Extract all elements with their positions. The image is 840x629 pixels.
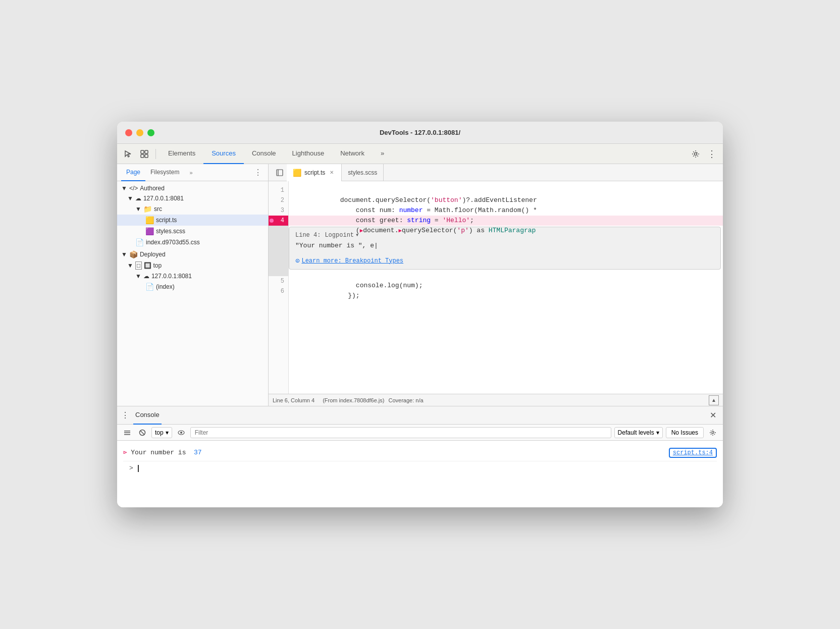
chevron-down-icon: ▾ xyxy=(355,231,359,239)
tree-src-folder[interactable]: ▼ 📁 src xyxy=(117,203,268,215)
source-file: (From index.7808df6e.js) xyxy=(323,397,384,403)
console-title: Console xyxy=(133,406,162,425)
editor-area: 🟨 script.ts ✕ styles.scss 1 2 3 4 xyxy=(269,164,723,406)
editor-tab-script-ts[interactable]: 🟨 script.ts ✕ xyxy=(287,164,342,181)
deployed-label: Deployed xyxy=(140,251,166,258)
code-line-5: console.log(num); xyxy=(289,271,723,281)
logpoint-type-dropdown[interactable]: Logpoint ▾ xyxy=(325,231,359,239)
tree-script-ts[interactable]: 🟨 script.ts xyxy=(117,215,268,226)
log-entry-icon: ⊳ xyxy=(123,449,127,456)
logpoint-space xyxy=(269,226,288,276)
toolbar-separator xyxy=(155,149,156,159)
editor-tab-styles-scss[interactable]: styles.scss xyxy=(342,164,384,181)
clear-console-button[interactable] xyxy=(121,427,133,439)
console-output: ⊳ Your number is 37 script.ts:4 > xyxy=(117,441,723,507)
tree-styles-scss[interactable]: 🟪 styles.scss xyxy=(117,226,268,237)
toolbar-right: ⋮ xyxy=(689,147,719,161)
console-options-menu[interactable]: ⋮ xyxy=(121,410,129,420)
scroll-to-top-button[interactable]: ▲ xyxy=(709,395,719,405)
main-content: Page Filesystem » ⋮ ▼ </> Authored ▼ ☁ xyxy=(117,164,723,406)
eye-icon[interactable] xyxy=(175,427,187,439)
line-num-4: 4 xyxy=(269,216,288,226)
toggle-sidebar-button[interactable] xyxy=(273,166,287,180)
console-close-button[interactable]: ✕ xyxy=(707,409,719,422)
console-prompt[interactable]: > xyxy=(123,461,717,475)
src-folder-label: src xyxy=(154,205,162,213)
ts-file-icon: 🟨 xyxy=(145,216,154,224)
log-entry-1: ⊳ Your number is 37 script.ts:4 xyxy=(123,445,717,461)
log-levels-dropdown[interactable]: Default levels ▾ xyxy=(614,427,663,438)
console-filter-input[interactable] xyxy=(190,427,611,438)
authored-icon: </> xyxy=(129,185,138,192)
tab-network[interactable]: Network xyxy=(332,144,373,164)
svg-point-14 xyxy=(180,432,182,434)
no-issues-button[interactable]: No Issues xyxy=(666,427,704,438)
collapse-icon: ▼ xyxy=(127,195,133,202)
sidebar-tab-filesystem[interactable]: Filesystem xyxy=(145,164,184,181)
window-controls xyxy=(125,129,154,136)
close-button[interactable] xyxy=(125,129,132,136)
svg-rect-8 xyxy=(124,431,130,432)
prompt-cursor[interactable] xyxy=(138,465,139,472)
tree-top[interactable]: ▼ □ 🔲 top xyxy=(117,260,268,271)
tree-authored[interactable]: ▼ </> Authored xyxy=(117,183,268,193)
code-line-1: document.querySelector('button')?.addEve… xyxy=(289,185,723,195)
maximize-button[interactable] xyxy=(147,129,154,136)
settings-icon[interactable] xyxy=(689,147,703,161)
tree-server-8081[interactable]: ▼ ☁ 127.0.0.1:8081 xyxy=(117,193,268,203)
sidebar-tab-bar: Page Filesystem » ⋮ xyxy=(117,164,268,181)
server-8081-label: 127.0.0.1:8081 xyxy=(143,195,184,202)
log-entry-text: Your number is 37 xyxy=(131,449,201,456)
svg-rect-10 xyxy=(124,434,130,435)
console-settings-icon[interactable] xyxy=(707,427,719,439)
log-entry-source[interactable]: script.ts:4 xyxy=(669,448,717,458)
status-bar: Line 6, Column 4 (From index.7808df6e.js… xyxy=(269,394,723,406)
line-num-5: 5 xyxy=(269,276,288,286)
tab-sources[interactable]: Sources xyxy=(203,144,244,164)
coverage-status: Coverage: n/a xyxy=(388,397,423,403)
code-content[interactable]: document.querySelector('button')?.addEve… xyxy=(289,181,723,394)
frame-icon: □ xyxy=(135,261,142,270)
tree-index[interactable]: 📄 (index) xyxy=(117,281,268,292)
cursor-icon[interactable] xyxy=(121,147,135,161)
top-context-selector[interactable]: top ▾ xyxy=(151,427,172,438)
learn-more-icon: ⊙ xyxy=(295,256,299,265)
sidebar-more-tabs[interactable]: » xyxy=(186,168,195,178)
logpoint-marker xyxy=(270,219,274,223)
minimize-button[interactable] xyxy=(136,129,143,136)
index-css-label: index.d9703d55.css xyxy=(146,239,200,246)
tab-console[interactable]: Console xyxy=(244,144,284,164)
close-tab-script-ts[interactable]: ✕ xyxy=(328,169,335,176)
collapse-icon: ▼ xyxy=(121,185,127,192)
deployed-icon: 📦 xyxy=(129,250,138,258)
collapse-icon: ▼ xyxy=(127,262,133,269)
code-editor[interactable]: 1 2 3 4 5 6 document.querySelector('butt… xyxy=(269,181,723,394)
learn-more-link[interactable]: ⊙ Learn more: Breakpoint Types xyxy=(295,256,714,265)
cloud-icon: ☁ xyxy=(135,195,141,202)
ts-tab-icon: 🟨 xyxy=(293,169,301,177)
tab-more[interactable]: » xyxy=(373,144,392,164)
tree-deployed[interactable]: ▼ 📦 Deployed xyxy=(117,249,268,260)
script-ts-label: script.ts xyxy=(156,217,177,224)
svg-line-12 xyxy=(140,431,144,435)
collapse-icon: ▼ xyxy=(135,205,141,213)
tab-lighthouse[interactable]: Lighthouse xyxy=(284,144,333,164)
svg-rect-4 xyxy=(145,154,148,158)
css-file-icon: 📄 xyxy=(135,238,144,246)
cursor-position: Line 6, Column 4 xyxy=(273,397,314,403)
scss-file-icon: 🟪 xyxy=(145,227,154,235)
tree-deployed-server[interactable]: ▼ ☁ 127.0.0.1:8081 xyxy=(117,271,268,281)
more-menu-icon[interactable]: ⋮ xyxy=(705,147,719,161)
line-num-1: 1 xyxy=(269,185,288,195)
tab-elements[interactable]: Elements xyxy=(160,144,203,164)
styles-scss-label: styles.scss xyxy=(156,228,185,235)
inspector-icon[interactable] xyxy=(137,147,151,161)
sidebar-tab-page[interactable]: Page xyxy=(121,164,145,181)
dropdown-arrow-icon: ▾ xyxy=(166,429,169,436)
sidebar-options-menu[interactable]: ⋮ xyxy=(252,166,264,179)
tree-index-css[interactable]: 📄 index.d9703d55.css xyxy=(117,237,268,248)
svg-point-5 xyxy=(695,152,697,155)
cloud2-icon: ☁ xyxy=(143,273,149,280)
block-icon[interactable] xyxy=(136,427,148,439)
deployed-server-label: 127.0.0.1:8081 xyxy=(151,273,192,280)
